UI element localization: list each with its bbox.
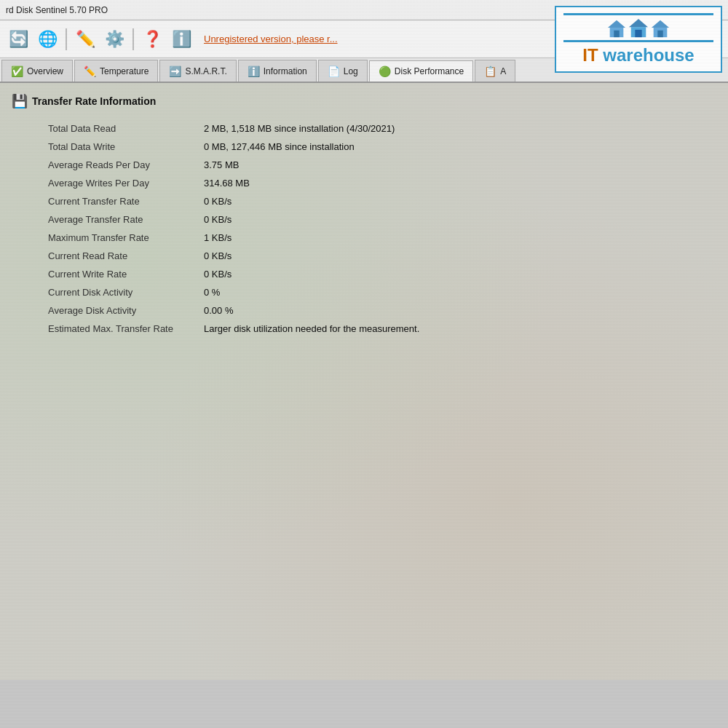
row-label: Current Transfer Rate bbox=[12, 192, 201, 210]
table-row: Maximum Transfer Rate1 KB/s bbox=[12, 229, 716, 247]
row-value: 0 KB/s bbox=[201, 247, 716, 265]
tab-disk-performance-label: Disk Performance bbox=[395, 66, 464, 76]
svg-marker-6 bbox=[652, 20, 669, 28]
watermark-it-text: IT bbox=[582, 45, 598, 65]
svg-marker-0 bbox=[608, 20, 625, 28]
tab-a-label: A bbox=[500, 66, 506, 76]
section-title: Transfer Rate Information bbox=[32, 95, 156, 107]
row-label: Maximum Transfer Rate bbox=[12, 229, 201, 247]
toolbar-refresh-icon[interactable]: 🔄 bbox=[4, 25, 32, 53]
toolbar-network-icon[interactable]: 🌐 bbox=[33, 25, 61, 53]
toolbar-help-icon[interactable]: ❓ bbox=[138, 25, 166, 53]
row-value: 314.68 MB bbox=[201, 174, 716, 192]
unregistered-notice[interactable]: Unregistered version, please r... bbox=[204, 33, 338, 44]
transfer-rate-table: Total Data Read2 MB, 1,518 MB since inst… bbox=[12, 119, 716, 338]
table-row: Total Data Read2 MB, 1,518 MB since inst… bbox=[12, 119, 716, 138]
watermark-lines bbox=[563, 13, 713, 15]
row-label: Current Disk Activity bbox=[12, 283, 201, 301]
tab-smart-icon: ➡️ bbox=[169, 66, 181, 77]
row-label: Average Writes Per Day bbox=[12, 174, 201, 192]
toolbar-info-icon[interactable]: ℹ️ bbox=[167, 25, 195, 53]
tab-information-label: Information bbox=[264, 66, 307, 76]
svg-rect-5 bbox=[635, 30, 641, 37]
tab-log-icon: 📄 bbox=[328, 66, 340, 77]
table-row: Current Read Rate0 KB/s bbox=[12, 247, 716, 265]
tab-log-label: Log bbox=[344, 66, 358, 76]
row-value: 0 KB/s bbox=[201, 210, 716, 229]
toolbar-separator-1 bbox=[66, 28, 67, 50]
row-label: Total Data Read bbox=[12, 119, 201, 138]
row-label: Average Disk Activity bbox=[12, 301, 201, 320]
tab-temperature-label: Temperature bbox=[100, 66, 149, 76]
row-value: 1 KB/s bbox=[201, 229, 716, 247]
row-value: Larger disk utilization needed for the m… bbox=[201, 320, 716, 338]
table-row: Average Disk Activity0.00 % bbox=[12, 301, 716, 320]
toolbar-edit-icon[interactable]: ✏️ bbox=[71, 25, 99, 53]
main-content: 💾 Transfer Rate Information Total Data R… bbox=[0, 83, 728, 680]
house-icon-2 bbox=[628, 18, 649, 39]
table-row: Average Reads Per Day3.75 MB bbox=[12, 156, 716, 174]
svg-rect-8 bbox=[657, 31, 662, 37]
watermark-lines-bottom bbox=[563, 40, 713, 42]
tab-a-icon: 📋 bbox=[484, 66, 496, 77]
svg-marker-3 bbox=[629, 19, 648, 27]
table-row: Current Write Rate0 KB/s bbox=[12, 265, 716, 283]
row-value: 0 KB/s bbox=[201, 192, 716, 210]
watermark-line-bottom bbox=[563, 40, 713, 42]
house-icon-1 bbox=[606, 18, 627, 39]
tab-a[interactable]: 📋 A bbox=[475, 60, 515, 82]
tab-overview[interactable]: ✅ Overview bbox=[1, 60, 73, 82]
tab-information[interactable]: ℹ️ Information bbox=[238, 60, 317, 82]
tab-temperature-icon: ✏️ bbox=[84, 66, 96, 77]
watermark-houses bbox=[563, 18, 713, 39]
row-value: 0 % bbox=[201, 283, 716, 301]
table-row: Average Writes Per Day314.68 MB bbox=[12, 174, 716, 192]
watermark-warehouse-text: warehouse bbox=[598, 45, 695, 65]
table-row: Current Disk Activity0 % bbox=[12, 283, 716, 301]
watermark-title: IT warehouse bbox=[563, 45, 713, 66]
table-row: Average Transfer Rate0 KB/s bbox=[12, 210, 716, 229]
row-label: Total Data Write bbox=[12, 138, 201, 156]
watermark-line-top bbox=[563, 13, 713, 15]
row-label: Current Read Rate bbox=[12, 247, 201, 265]
transfer-rate-icon: 💾 bbox=[12, 93, 28, 109]
row-label: Average Transfer Rate bbox=[12, 210, 201, 229]
row-value: 2 MB, 1,518 MB since installation (4/30/… bbox=[201, 119, 716, 138]
title-bar-text: rd Disk Sentinel 5.70 PRO bbox=[6, 5, 108, 15]
row-label: Average Reads Per Day bbox=[12, 156, 201, 174]
tab-disk-performance-icon: 🟢 bbox=[379, 66, 391, 77]
row-value: 0.00 % bbox=[201, 301, 716, 320]
tab-overview-label: Overview bbox=[27, 66, 63, 76]
tab-smart[interactable]: ➡️ S.M.A.R.T. bbox=[159, 60, 236, 82]
tab-smart-label: S.M.A.R.T. bbox=[185, 66, 226, 76]
row-value: 3.75 MB bbox=[201, 156, 716, 174]
watermark-logo: IT warehouse bbox=[555, 6, 722, 73]
tab-log[interactable]: 📄 Log bbox=[318, 60, 368, 82]
tab-disk-performance[interactable]: 🟢 Disk Performance bbox=[369, 60, 473, 82]
table-row: Current Transfer Rate0 KB/s bbox=[12, 192, 716, 210]
table-row: Total Data Write0 MB, 127,446 MB since i… bbox=[12, 138, 716, 156]
house-icon-3 bbox=[650, 18, 670, 39]
tab-information-icon: ℹ️ bbox=[248, 66, 260, 77]
row-value: 0 KB/s bbox=[201, 265, 716, 283]
toolbar-separator-2 bbox=[132, 28, 134, 50]
section-header: 💾 Transfer Rate Information bbox=[12, 93, 716, 109]
row-value: 0 MB, 127,446 MB since installation bbox=[201, 138, 716, 156]
svg-rect-2 bbox=[614, 31, 619, 37]
row-label: Estimated Max. Transfer Rate bbox=[12, 320, 201, 338]
tab-temperature[interactable]: ✏️ Temperature bbox=[74, 60, 158, 82]
toolbar-settings-icon[interactable]: ⚙️ bbox=[100, 25, 128, 53]
tab-overview-icon: ✅ bbox=[11, 66, 23, 77]
row-label: Current Write Rate bbox=[12, 265, 201, 283]
table-row: Estimated Max. Transfer RateLarger disk … bbox=[12, 320, 716, 338]
